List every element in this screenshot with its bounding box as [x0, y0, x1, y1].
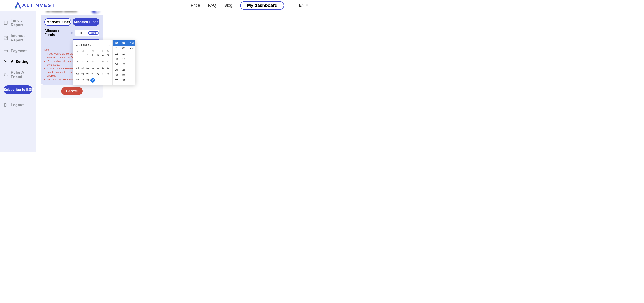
calendar-day[interactable]: 20 [75, 72, 80, 76]
sidebar-item-label: Timely Report [11, 18, 36, 27]
allocated-funds-row: Allocated Funds i 100% [44, 29, 100, 37]
wheel-item[interactable]: 25 [120, 67, 128, 72]
svg-point-1 [17, 4, 18, 5]
dashboard-button[interactable]: My dashboard [240, 1, 284, 10]
svg-rect-6 [4, 50, 8, 52]
wheel-item[interactable]: 02 [113, 51, 120, 56]
svg-point-8 [5, 61, 6, 62]
wheel-item[interactable]: AM [128, 40, 136, 46]
brand-logo[interactable]: ALTINVEST [14, 2, 55, 9]
sidebar-item-refer[interactable]: Refer A Friend [0, 67, 36, 82]
dropdown-icon[interactable]: ▾ [90, 44, 91, 47]
calendar-day[interactable]: 26 [106, 72, 110, 76]
logout-icon [4, 103, 8, 107]
wheel-item[interactable]: 05 [113, 67, 120, 72]
calendar-day[interactable]: 15 [85, 65, 90, 70]
allocated-funds-input[interactable] [77, 31, 88, 35]
calendar-weekdays: S M T W T F S [75, 50, 110, 52]
sidebar-item-interest-report[interactable]: Interest Report [0, 30, 36, 46]
logo-mark-icon [14, 2, 21, 9]
calendar-day[interactable]: 22 [85, 72, 90, 76]
sidebar-item-logout[interactable]: Logout [0, 100, 36, 110]
minute-wheel[interactable]: 0005101520253035 [120, 40, 128, 85]
calendar-day[interactable]: 5 [106, 53, 110, 57]
sidebar-item-label: Payment [11, 49, 27, 53]
top-nav: ALTINVEST Price FAQ Blog My dashboard EN [0, 0, 322, 11]
wheel-item[interactable]: 12 [113, 40, 120, 46]
info-icon[interactable]: i [71, 31, 74, 34]
allocated-funds-label: Allocated Funds i [44, 29, 74, 37]
calendar-days: ..12345678910111213141516171819202122232… [75, 53, 110, 83]
brand-word: ALTINVEST [22, 2, 55, 8]
calendar-next-icon[interactable]: › [108, 43, 110, 47]
calendar-day[interactable]: 28 [80, 78, 85, 83]
calendar-day[interactable]: 21 [80, 72, 85, 76]
lang-label: EN [299, 3, 304, 8]
calendar-day[interactable]: 8 [85, 59, 90, 64]
document-icon [4, 20, 8, 25]
calendar-day[interactable]: 14 [80, 65, 85, 70]
svg-point-9 [5, 73, 6, 75]
wheel-item[interactable]: 05 [120, 46, 128, 51]
calendar-day[interactable]: 4 [100, 53, 106, 57]
chevron-down-icon [306, 3, 308, 8]
wheel-item[interactable]: 03 [113, 56, 120, 62]
sidebar-item-ai-setting[interactable]: AI Setting [0, 56, 36, 67]
tab-reserved-funds[interactable]: Reserved Funds [44, 18, 71, 26]
wheel-item[interactable]: 01 [113, 46, 120, 51]
calendar-day[interactable]: 27 [75, 78, 80, 83]
calendar-day[interactable]: 2 [90, 53, 96, 57]
chart-icon [4, 36, 8, 40]
sidebar: Timely Report Interest Report Payment AI… [0, 11, 36, 151]
calendar-day[interactable]: 19 [106, 65, 110, 70]
calendar-prev-icon[interactable]: ‹ [105, 43, 107, 47]
nav-links: Price FAQ Blog My dashboard EN [191, 1, 308, 10]
wheel-item[interactable]: 07 [113, 78, 120, 83]
wheel-item[interactable]: 06 [113, 72, 120, 78]
funds-tabs: Reserved Funds Allocated Funds [44, 18, 100, 26]
wheel-item[interactable]: 15 [120, 56, 128, 62]
allocated-funds-input-wrap: 100% [75, 30, 100, 36]
wheel-item[interactable]: 00 [120, 40, 128, 46]
wheel-item[interactable]: 35 [120, 78, 128, 83]
calendar-day[interactable]: 17 [96, 65, 100, 70]
calendar-day[interactable]: 7 [80, 59, 85, 64]
nav-price[interactable]: Price [191, 3, 200, 8]
calendar: April 2025 ▾ ‹ › S M T W T F S ..1234567… [73, 40, 113, 85]
nav-faq[interactable]: FAQ [208, 3, 216, 8]
wheel-item[interactable]: 30 [120, 72, 128, 78]
calendar-day[interactable]: 3 [96, 53, 100, 57]
calendar-day[interactable]: 23 [90, 72, 96, 76]
svg-point-0 [16, 7, 17, 8]
calendar-day[interactable]: 29 [85, 78, 90, 83]
calendar-day[interactable]: 25 [100, 72, 106, 76]
calendar-day[interactable]: 6 [75, 59, 80, 64]
calendar-month-label[interactable]: April 2025 [76, 44, 89, 47]
ampm-wheel[interactable]: AMPM [128, 40, 136, 85]
calendar-day[interactable]: 1 [85, 53, 90, 57]
calendar-day[interactable]: 10 [96, 59, 100, 64]
wheel-item[interactable]: 04 [113, 62, 120, 67]
calendar-day[interactable]: 18 [100, 65, 106, 70]
cancel-button[interactable]: Cancel [61, 87, 83, 95]
wheel-item[interactable]: PM [128, 46, 136, 51]
tab-allocated-funds[interactable]: Allocated Funds [72, 18, 100, 26]
subscribe-edm-button[interactable]: Subscribe to EDM [4, 85, 32, 94]
calendar-day[interactable]: 30 [90, 78, 95, 83]
wheel-item[interactable]: 10 [120, 51, 128, 56]
nav-blog[interactable]: Blog [224, 3, 232, 8]
sidebar-item-timely-report[interactable]: Timely Report [0, 15, 36, 30]
sidebar-item-label: Refer A Friend [11, 70, 36, 79]
calendar-day[interactable]: 24 [96, 72, 100, 76]
calendar-day[interactable]: 16 [90, 65, 96, 70]
calendar-day[interactable]: 12 [106, 59, 110, 64]
calendar-day[interactable]: 9 [90, 59, 96, 64]
hour-wheel[interactable]: 1201020304050607 [113, 40, 120, 85]
datetime-picker: April 2025 ▾ ‹ › S M T W T F S ..1234567… [73, 40, 136, 85]
calendar-day[interactable]: 11 [100, 59, 106, 64]
calendar-day[interactable]: 13 [75, 65, 80, 70]
wheel-item[interactable]: 20 [120, 62, 128, 67]
pct-badge[interactable]: 100% [88, 31, 98, 35]
sidebar-item-payment[interactable]: Payment [0, 46, 36, 56]
language-selector[interactable]: EN [299, 3, 308, 8]
